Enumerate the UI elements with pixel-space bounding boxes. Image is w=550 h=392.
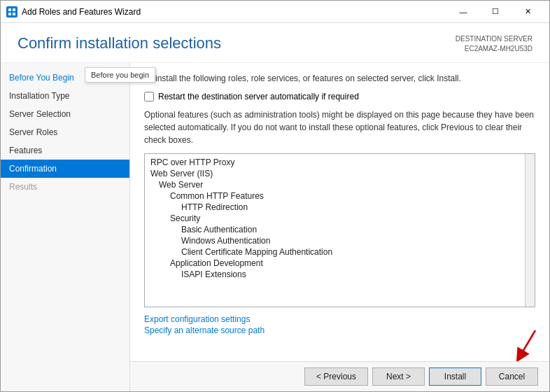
scrollbar[interactable] bbox=[525, 154, 535, 307]
sidebar-item-server-roles[interactable]: Server Roles bbox=[1, 123, 129, 141]
footer-bar: < Previous Next > Install Cancel bbox=[130, 361, 549, 391]
content-area: Before You Begin Before you begin Instal… bbox=[1, 63, 549, 391]
svg-rect-2 bbox=[8, 13, 11, 15]
sidebar: Before You Begin Before you begin Instal… bbox=[1, 63, 130, 391]
list-item: Application Development bbox=[145, 258, 535, 269]
sidebar-item-before-you-begin[interactable]: Before You Begin Before you begin bbox=[1, 69, 129, 87]
window-title: Add Roles and Features Wizard bbox=[22, 7, 447, 17]
svg-line-4 bbox=[520, 330, 535, 356]
wizard-window: Add Roles and Features Wizard — ☐ ✕ Conf… bbox=[0, 0, 550, 392]
list-item: RPC over HTTP Proxy bbox=[145, 157, 535, 168]
list-item: Web Server bbox=[145, 179, 535, 190]
titlebar: Add Roles and Features Wizard — ☐ ✕ bbox=[1, 1, 549, 23]
tooltip-before-you-begin: Before you begin bbox=[85, 67, 155, 83]
features-list: RPC over HTTP Proxy Web Server (IIS) Web… bbox=[144, 153, 535, 307]
list-item: HTTP Redirection bbox=[145, 202, 535, 213]
dest-server-name: EC2AMAZ-MH2U53D bbox=[456, 44, 533, 54]
export-config-link[interactable]: Export configuration settings bbox=[144, 314, 535, 324]
optional-note: Optional features (such as administratio… bbox=[144, 108, 535, 146]
restart-checkbox-row: Restart the destination server automatic… bbox=[144, 92, 535, 102]
page-title: Confirm installation selections bbox=[17, 34, 221, 52]
list-item: Basic Authentication bbox=[145, 224, 535, 235]
window-controls: — ☐ ✕ bbox=[447, 1, 544, 23]
restart-checkbox[interactable] bbox=[144, 92, 154, 102]
minimize-button[interactable]: — bbox=[447, 1, 479, 23]
list-item: Web Server (IIS) bbox=[145, 168, 535, 179]
app-icon bbox=[6, 6, 17, 18]
destination-server-info: DESTINATION SERVER EC2AMAZ-MH2U53D bbox=[456, 34, 533, 54]
restart-checkbox-label: Restart the destination server automatic… bbox=[158, 92, 359, 102]
sidebar-item-server-selection[interactable]: Server Selection bbox=[1, 105, 129, 123]
red-arrow-indicator bbox=[500, 327, 542, 361]
maximize-button[interactable]: ☐ bbox=[479, 1, 512, 23]
sidebar-item-features[interactable]: Features bbox=[1, 141, 129, 160]
header-band: Confirm installation selections DESTINAT… bbox=[1, 23, 549, 63]
sidebar-item-confirmation[interactable]: Confirmation bbox=[1, 160, 129, 178]
list-item: Client Certificate Mapping Authenticatio… bbox=[145, 246, 535, 258]
close-button[interactable]: ✕ bbox=[512, 1, 544, 23]
previous-button[interactable]: < Previous bbox=[304, 368, 368, 386]
list-item: Windows Authentication bbox=[145, 235, 535, 246]
next-button[interactable]: Next > bbox=[372, 368, 425, 386]
list-item: Common HTTP Features bbox=[145, 190, 535, 202]
svg-rect-0 bbox=[8, 8, 11, 11]
panel-body: To install the following roles, role ser… bbox=[130, 63, 549, 361]
links-area: Export configuration settings Specify an… bbox=[144, 314, 535, 335]
sidebar-item-installation-type[interactable]: Installation Type bbox=[1, 87, 129, 105]
sidebar-item-results: Results bbox=[1, 178, 129, 196]
svg-rect-1 bbox=[13, 8, 15, 11]
dest-server-label: DESTINATION SERVER bbox=[456, 34, 533, 44]
right-panel: To install the following roles, role ser… bbox=[130, 63, 549, 391]
install-button[interactable]: Install bbox=[429, 368, 481, 386]
list-item: Security bbox=[145, 213, 535, 224]
svg-rect-3 bbox=[13, 13, 15, 15]
cancel-button[interactable]: Cancel bbox=[486, 368, 538, 386]
list-item: ISAPI Extensions bbox=[145, 269, 535, 280]
install-note: To install the following roles, role ser… bbox=[144, 73, 535, 85]
alternate-source-link[interactable]: Specify an alternate source path bbox=[144, 326, 535, 335]
